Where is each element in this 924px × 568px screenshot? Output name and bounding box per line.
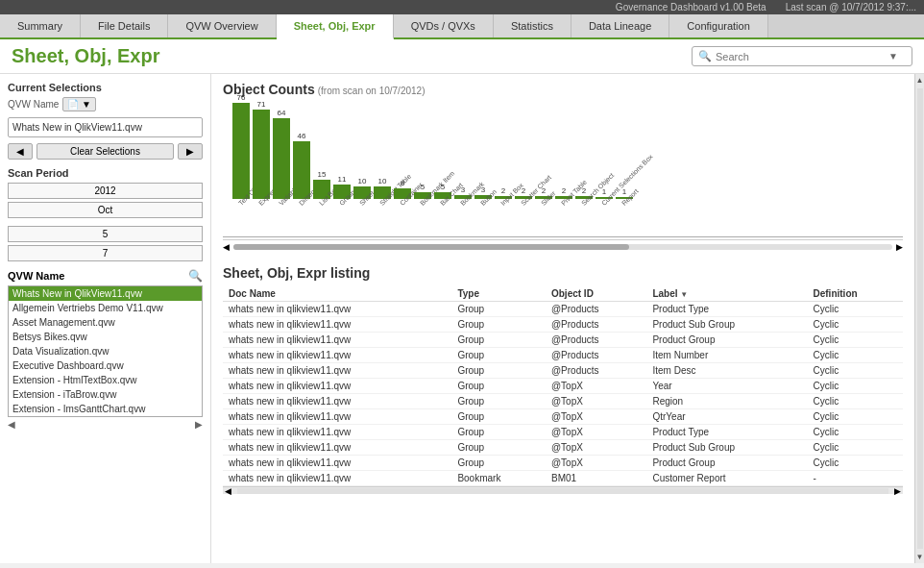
bar-group: 2Scatter Chart	[515, 186, 532, 209]
col-object-id[interactable]: Object ID	[546, 286, 646, 302]
bar-group: 2Input Box	[495, 186, 512, 209]
qvw-name-dropdown[interactable]: 📄 ▼	[62, 97, 96, 111]
table-cell-doc: whats new in qlikview11.qvw	[223, 317, 451, 333]
bottom-scroll-track[interactable]	[237, 488, 888, 494]
bars-area: 76Text Object71Expression64Variable46Dim…	[223, 103, 903, 209]
qvw-file-list[interactable]: Whats New in QlikView11.qvwAllgemein Ver…	[8, 285, 203, 417]
table-cell-type: Group	[451, 348, 546, 363]
table-row[interactable]: whats new in qlikview11.qvwGroup@TopXPro…	[223, 456, 903, 471]
chart-scroll-track[interactable]	[233, 244, 892, 250]
table-cell-doc: whats new in qlikview11.qvw	[223, 440, 451, 456]
bar-group: 2Search Object	[575, 186, 593, 209]
panel-scroll-track[interactable]	[917, 88, 923, 549]
table-cell-label: Product Group	[646, 333, 807, 348]
search-dropdown-icon[interactable]: ▼	[888, 51, 898, 62]
qvw-list-item[interactable]: Extension - iTaBrow.qvw	[9, 387, 202, 402]
bottom-scroll-right[interactable]: ▶	[892, 486, 903, 496]
listing-title: Sheet, Obj, Expr listing	[223, 265, 903, 281]
col-type[interactable]: Type	[451, 286, 546, 302]
table-cell-object_id: @TopX	[546, 394, 646, 409]
chart-subtitle: (from scan on 10/7/2012)	[318, 86, 426, 96]
count-box-1[interactable]: 5	[8, 226, 203, 242]
table-row[interactable]: whats new in qlikview11.qvwGroup@Product…	[223, 333, 903, 348]
bar-value: 76	[237, 93, 246, 102]
qvw-list-item[interactable]: Allgemein Vertriebs Demo V11.qvw	[9, 301, 202, 315]
scan-year[interactable]: 2012	[8, 183, 203, 199]
tab-data-lineage[interactable]: Data Lineage	[571, 14, 669, 37]
sort-icon: ▼	[680, 290, 688, 299]
table-cell-label: Item Number	[646, 348, 807, 363]
bar-group: 64Variable	[273, 109, 290, 209]
tab-file-details[interactable]: File Details	[81, 14, 168, 37]
table-row[interactable]: whats new in qlikview11.qvwGroup@TopXPro…	[223, 425, 903, 440]
tab-sheet-obj-expr[interactable]: Sheet, Obj, Expr	[277, 14, 394, 39]
table-cell-label: Product Sub Group	[646, 440, 807, 456]
count-box-2[interactable]: 7	[8, 245, 203, 261]
bar-group: 10Sheet	[353, 177, 371, 209]
table-cell-object_id: @Products	[546, 348, 646, 363]
nav-back-button[interactable]: ◀	[8, 143, 33, 160]
chart-scroll-left[interactable]: ◀	[223, 242, 230, 252]
bar-group: 2Slider	[535, 186, 552, 209]
table-cell-doc: whats new in qlikview11.qvw	[223, 333, 451, 348]
bar[interactable]	[253, 110, 270, 199]
panel-scroll-down[interactable]: ▼	[914, 551, 924, 563]
bar-value: 2	[542, 186, 546, 195]
nav-forward-button[interactable]: ▶	[178, 143, 203, 160]
list-scroll-right[interactable]: ▶	[195, 419, 203, 430]
table-cell-label: Product Sub Group	[646, 317, 807, 333]
col-doc-name[interactable]: Doc Name	[223, 286, 451, 302]
table-cell-definition: Cyclic	[808, 348, 904, 363]
col-definition[interactable]: Definition	[808, 286, 904, 302]
qvw-list-item[interactable]: Betsys Bikes.qvw	[9, 330, 202, 344]
table-row[interactable]: whats new in qlikview11.qvwGroup@Product…	[223, 302, 903, 317]
bar-group: 1Report	[616, 187, 633, 209]
tab-statistics[interactable]: Statistics	[494, 14, 571, 37]
search-box[interactable]: 🔍 ▼	[692, 46, 912, 66]
scan-month[interactable]: Oct	[8, 202, 203, 218]
list-scroll-left[interactable]: ◀	[8, 419, 15, 430]
bar-group: 71Expression	[253, 100, 270, 209]
bar[interactable]	[273, 118, 290, 199]
tab-configuration[interactable]: Configuration	[669, 14, 767, 37]
qvw-list-search-icon[interactable]: 🔍	[188, 269, 203, 283]
bottom-scrollbar[interactable]: ◀ ▶	[223, 486, 903, 494]
table-row[interactable]: whats new in qlikview11.qvwGroup@Product…	[223, 317, 903, 333]
qvw-list-item[interactable]: Whats New in QlikView11.qvw	[9, 286, 202, 301]
qvw-list-item[interactable]: Asset Management.qvw	[9, 315, 202, 330]
qvw-name-section-header: QVW Name 🔍	[8, 269, 203, 283]
table-row[interactable]: whats new in qlikview11.qvwGroup@Product…	[223, 348, 903, 363]
tab-qvw-overview[interactable]: QVW Overview	[168, 14, 276, 37]
bar[interactable]	[232, 103, 250, 199]
qvw-list-item[interactable]: Executive Dashboard.qvw	[9, 358, 202, 373]
bar-value: 2	[562, 186, 566, 195]
chart-scroll-right[interactable]: ▶	[896, 242, 903, 252]
selected-qvw-display: Whats New in QlikView11.qvw	[8, 117, 203, 137]
qvw-list-item[interactable]: Extension - ImsGanttChart.qvw	[9, 402, 202, 416]
bottom-scroll-left[interactable]: ◀	[223, 486, 233, 496]
search-input[interactable]	[716, 51, 888, 62]
table-row[interactable]: whats new in qlikview11.qvwGroup@TopXReg…	[223, 394, 903, 409]
table-cell-type: Group	[451, 409, 546, 425]
table-row[interactable]: whats new in qlikview11.qvwGroup@TopXYea…	[223, 379, 903, 394]
search-icon: 🔍	[698, 50, 712, 62]
table-row[interactable]: whats new in qlikview11.qvwGroup@TopXQtr…	[223, 409, 903, 425]
table-cell-doc: whats new in qlikview11.qvw	[223, 456, 451, 471]
qvw-list-item[interactable]: Data Visualization.qvw	[9, 344, 202, 358]
table-row[interactable]: whats new in qlikview11.qvwBookmarkBM01C…	[223, 471, 903, 486]
tab-qvds-qvxs[interactable]: QVDs / QVXs	[394, 14, 494, 37]
table-row[interactable]: whats new in qlikview11.qvwGroup@TopXPro…	[223, 440, 903, 456]
bar-value: 10	[378, 177, 387, 185]
bar-value: 8	[401, 179, 404, 187]
tab-summary[interactable]: Summary	[0, 14, 81, 37]
clear-selections-button[interactable]: Clear Selections	[36, 143, 174, 160]
chart-container: 76Text Object71Expression64Variable46Dim…	[223, 103, 903, 237]
bar-value: 64	[278, 109, 286, 117]
table-row[interactable]: whats new in qlikview11.qvwGroup@Product…	[223, 363, 903, 379]
col-label[interactable]: Label ▼	[646, 286, 807, 302]
right-panel[interactable]: Object Counts (from scan on 10/7/2012) 7…	[211, 74, 914, 563]
panel-scroll-up[interactable]: ▲	[914, 74, 924, 86]
list-scroll-bar: ◀ ▶	[8, 419, 203, 430]
table-cell-definition: Cyclic	[808, 302, 904, 317]
qvw-list-item[interactable]: Extension - HtmlTextBox.qvw	[9, 373, 202, 387]
